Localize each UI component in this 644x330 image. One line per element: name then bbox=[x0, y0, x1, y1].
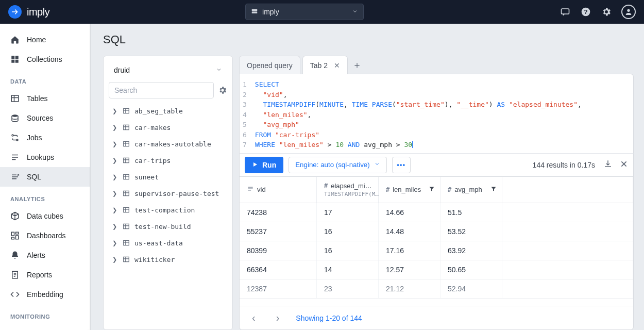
editor-code[interactable]: SELECT "vid", TIMESTAMPDIFF(MINUTE, TIME… bbox=[255, 79, 627, 150]
brand-name: imply bbox=[27, 6, 49, 18]
col-name: avg_mph bbox=[454, 186, 482, 193]
table-item[interactable]: ❯us-east-data bbox=[109, 235, 227, 251]
table-item[interactable]: ❯supervisor-pause-test bbox=[109, 185, 227, 202]
sidebar-item-label: Tables bbox=[27, 94, 47, 103]
sidebar-item-dashboards[interactable]: Dashboards bbox=[0, 226, 90, 245]
sidebar-item-sources[interactable]: Sources bbox=[0, 108, 90, 128]
table-item[interactable]: ❯test-compaction bbox=[109, 202, 227, 218]
tab-opened-query[interactable]: Opened query bbox=[239, 56, 300, 74]
table-row[interactable]: 552371614.4853.52 bbox=[240, 222, 633, 241]
table-item[interactable]: ❯wikiticker bbox=[109, 251, 227, 268]
table-name: car-makes-autotable bbox=[134, 140, 211, 148]
svg-rect-9 bbox=[15, 60, 19, 63]
gear-icon[interactable] bbox=[218, 86, 227, 95]
sidebar-item-label: Collections bbox=[27, 55, 62, 63]
sidebar-item-label: Data cubes bbox=[27, 212, 63, 220]
svg-rect-14 bbox=[11, 232, 14, 236]
col-header-avg-mph[interactable]: # avg_mph bbox=[440, 177, 502, 203]
svg-rect-6 bbox=[11, 56, 14, 59]
run-button[interactable]: Run bbox=[245, 157, 283, 173]
sidebar-item-home[interactable]: Home bbox=[0, 30, 90, 50]
cell: 21.12 bbox=[379, 279, 440, 298]
col-header-vid[interactable]: vid bbox=[240, 177, 317, 203]
col-header-len-miles[interactable]: # len_miles bbox=[379, 177, 440, 203]
table-icon bbox=[122, 140, 130, 147]
table-row[interactable]: 742381714.6651.5 bbox=[240, 203, 633, 222]
sidebar-item-lookups[interactable]: Lookups bbox=[0, 147, 90, 167]
collections-icon bbox=[10, 55, 20, 64]
tab-label: Tab 2 bbox=[310, 61, 328, 70]
chevron-right-icon: ❯ bbox=[111, 141, 118, 147]
tab-tab2[interactable]: Tab 2 ✕ bbox=[302, 56, 348, 74]
svg-rect-1 bbox=[252, 11, 258, 13]
table-item[interactable]: ❯car-makes-autotable bbox=[109, 136, 227, 152]
ellipsis-icon: ••• bbox=[397, 161, 405, 169]
table-item[interactable]: ❯suneet bbox=[109, 169, 227, 185]
table-item[interactable]: ❯test-new-build bbox=[109, 218, 227, 235]
svg-rect-0 bbox=[252, 9, 258, 11]
database-selector[interactable]: imply bbox=[245, 4, 364, 20]
filter-icon[interactable] bbox=[429, 186, 435, 193]
number-type-icon: # bbox=[386, 186, 389, 193]
table-row[interactable]: 663641412.5750.65 bbox=[240, 260, 633, 279]
engine-selector-label: Engine: auto (sql-native) bbox=[295, 161, 369, 169]
engine-selector[interactable]: Engine: auto (sql-native) bbox=[289, 157, 386, 173]
chevron-down-icon bbox=[352, 8, 358, 16]
user-avatar[interactable] bbox=[621, 5, 636, 19]
chevron-right-icon: ❯ bbox=[111, 157, 118, 164]
sidebar-item-tables[interactable]: Tables bbox=[0, 89, 90, 108]
table-name: ab_seg_table bbox=[134, 107, 183, 115]
col-name: elapsed_mi… bbox=[331, 182, 372, 190]
cell-empty bbox=[502, 260, 633, 279]
sql-editor[interactable]: 1234567 SELECT "vid", TIMESTAMPDIFF(MINU… bbox=[239, 74, 634, 153]
sidebar-item-jobs[interactable]: Jobs bbox=[0, 128, 90, 147]
table-row[interactable]: 123872321.1252.94 bbox=[240, 279, 633, 299]
cell: 14.66 bbox=[379, 203, 440, 222]
sidebar-item-sql[interactable]: SQL bbox=[0, 167, 90, 187]
table-name: us-east-data bbox=[134, 239, 183, 247]
brand[interactable]: imply bbox=[8, 5, 49, 19]
reports-icon bbox=[10, 270, 20, 279]
lookups-icon bbox=[10, 153, 20, 162]
add-tab-button[interactable]: ＋ bbox=[348, 56, 366, 74]
sidebar-item-reports[interactable]: Reports bbox=[0, 265, 90, 285]
sidebar-item-label: Alerts bbox=[27, 251, 45, 259]
svg-rect-15 bbox=[16, 232, 19, 234]
table-item[interactable]: ❯ab_seg_table bbox=[109, 103, 227, 119]
svg-point-13 bbox=[16, 139, 18, 141]
more-options-button[interactable]: ••• bbox=[392, 157, 411, 173]
sidebar-item-embedding[interactable]: Embedding bbox=[0, 285, 90, 304]
sidebar-item-collections[interactable]: Collections bbox=[0, 50, 90, 69]
pager-next[interactable]: › bbox=[272, 310, 284, 326]
table-icon bbox=[122, 124, 130, 131]
pager-prev[interactable]: ‹ bbox=[248, 310, 260, 326]
table-icon bbox=[122, 223, 130, 230]
col-header-elapsed[interactable]: # elapsed_mi… TIMESTAMPDIFF(M… bbox=[317, 177, 379, 203]
table-icon bbox=[122, 157, 130, 164]
cell: 52.94 bbox=[440, 279, 502, 298]
table-icon bbox=[122, 107, 130, 114]
settings-gear-icon[interactable] bbox=[601, 6, 612, 18]
cell: 66364 bbox=[240, 260, 317, 279]
svg-rect-25 bbox=[124, 207, 129, 212]
sidebar-item-alerts[interactable]: Alerts bbox=[0, 245, 90, 265]
messages-icon[interactable] bbox=[560, 6, 571, 18]
cell-empty bbox=[502, 203, 633, 222]
table-item[interactable]: ❯car-makes bbox=[109, 119, 227, 136]
table-item[interactable]: ❯car-trips bbox=[109, 152, 227, 169]
svg-rect-19 bbox=[124, 108, 129, 113]
close-icon[interactable]: ✕ bbox=[334, 61, 340, 70]
schema-search-input[interactable] bbox=[109, 82, 214, 98]
source-selector[interactable]: druid bbox=[109, 61, 227, 79]
play-icon bbox=[252, 161, 258, 169]
col-name: len_miles bbox=[393, 186, 421, 193]
filter-icon[interactable] bbox=[490, 186, 497, 193]
close-results-icon[interactable] bbox=[620, 160, 628, 170]
chevron-right-icon: ❯ bbox=[111, 190, 118, 197]
help-icon[interactable]: ? bbox=[580, 6, 591, 18]
sidebar-item-data-cubes[interactable]: Data cubes bbox=[0, 206, 90, 226]
table-row[interactable]: 803991617.1663.92 bbox=[240, 241, 633, 260]
jobs-icon bbox=[10, 133, 20, 142]
topbar: imply imply ? bbox=[0, 0, 644, 24]
download-icon[interactable] bbox=[603, 159, 613, 170]
